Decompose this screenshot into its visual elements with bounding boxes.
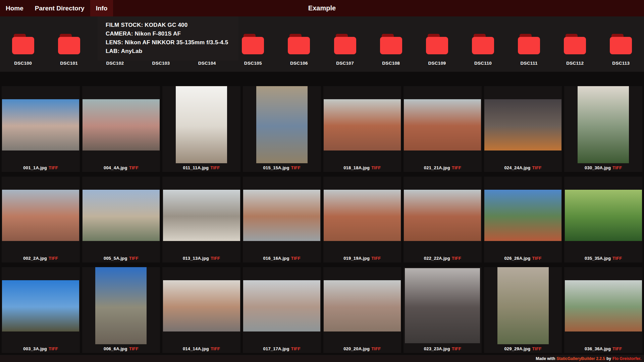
photo-label: 014_14A.jpg TIFF [162,344,240,353]
photo-filename-link[interactable]: 006_6A.jpg [104,346,127,351]
photo-filename-link[interactable]: 030_30A.jpg [585,165,611,170]
photo-thumbnail-link[interactable] [484,86,562,163]
photo-filename-link[interactable]: 021_21A.jpg [424,165,450,170]
folder-icon-body [610,37,632,54]
photo-filename-link[interactable]: 001_1A.jpg [23,165,47,170]
photo-tiff-link[interactable]: TIFF [291,165,301,170]
photo-filename-link[interactable]: 020_20A.jpg [343,346,370,351]
folder-link-dsc101[interactable]: DSC101 [46,37,92,66]
photo-thumbnail-link[interactable] [2,267,80,344]
photo-thumbnail-link[interactable] [564,86,642,163]
folder-link-dsc111[interactable]: DSC111 [506,37,552,66]
photo-thumbnail-link[interactable] [323,177,401,254]
photo-filename-link[interactable]: 018_18A.jpg [343,165,370,170]
folder-link-dsc106[interactable]: DSC106 [276,37,322,66]
photo-thumbnail-link[interactable] [243,86,321,163]
photo-thumbnail-link[interactable] [404,267,482,344]
folder-icon [610,37,632,54]
photo-tiff-link[interactable]: TIFF [612,165,622,170]
photo-filename-link[interactable]: 002_2A.jpg [23,256,47,261]
photo-thumbnail-link[interactable] [484,267,562,344]
photo-thumbnail-link[interactable] [82,177,160,254]
photo-thumbnail-link[interactable] [2,86,80,163]
photo-thumbnail-link[interactable] [162,267,240,344]
photo-thumbnail-link[interactable] [484,177,562,254]
photo-thumbnail-link[interactable] [162,86,240,163]
photo-thumbnail-link[interactable] [162,177,240,254]
photo-filename-link[interactable]: 014_14A.jpg [183,346,209,351]
photo-thumbnail-link[interactable] [82,267,160,344]
photo-tiff-link[interactable]: TIFF [129,256,139,261]
photo-thumbnail-link[interactable] [404,86,482,163]
photo-tiff-link[interactable]: TIFF [532,256,541,261]
photo-card: 018_18A.jpg TIFF [323,86,401,172]
folder-link-dsc109[interactable]: DSC109 [414,37,460,66]
nav-item-home[interactable]: Home [0,0,29,16]
photo-tiff-link[interactable]: TIFF [532,346,541,351]
photo-thumbnail-link[interactable] [243,267,321,344]
folder-link-dsc110[interactable]: DSC110 [460,37,506,66]
folder-icon [380,37,402,54]
photo-thumbnail-link[interactable] [564,177,642,254]
photo-tiff-link[interactable]: TIFF [211,346,220,351]
photo-tiff-link[interactable]: TIFF [452,165,461,170]
photo-filename-link[interactable]: 019_19A.jpg [343,256,370,261]
photo-tiff-link[interactable]: TIFF [291,256,301,261]
photo-filename-link[interactable]: 026_26A.jpg [504,256,530,261]
info-panel-line: FILM STOCK: KODAK GC 400 [106,21,230,29]
photo-filename-link[interactable]: 023_23A.jpg [424,346,450,351]
photo-filename-link[interactable]: 024_24A.jpg [504,165,530,170]
photo-filename-link[interactable]: 036_36A.jpg [585,346,611,351]
photo-tiff-link[interactable]: TIFF [49,256,58,261]
photo-tiff-link[interactable]: TIFF [452,256,461,261]
photo-filename-link[interactable]: 003_3A.jpg [23,346,47,351]
photo-tiff-link[interactable]: TIFF [211,256,220,261]
photo-tiff-link[interactable]: TIFF [49,346,58,351]
photo-filename-link[interactable]: 004_4A.jpg [104,165,127,170]
photo-filename-link[interactable]: 011_11A.jpg [183,165,209,170]
photo-tiff-link[interactable]: TIFF [291,346,301,351]
folder-link-dsc112[interactable]: DSC112 [552,37,598,66]
photo-tiff-link[interactable]: TIFF [371,346,381,351]
photo-thumbnail-link[interactable] [564,267,642,344]
photo-filename-link[interactable]: 017_17A.jpg [263,346,289,351]
photo-filename-link[interactable]: 029_29A.jpg [504,346,530,351]
footer: Made with StaticGalleryBuilder 2.2.5 by … [0,355,644,362]
photo-tiff-link[interactable]: TIFF [371,256,381,261]
photo-tiff-link[interactable]: TIFF [612,346,622,351]
folder-icon-body [426,37,448,54]
photo-tiff-link[interactable]: TIFF [612,256,622,261]
photo-thumbnail-link[interactable] [323,86,401,163]
photo-filename-link[interactable]: 015_15A.jpg [263,165,289,170]
folder-link-dsc100[interactable]: DSC100 [0,37,46,66]
folder-link-dsc108[interactable]: DSC108 [368,37,414,66]
photo-tiff-link[interactable]: TIFF [452,346,461,351]
folder-icon-body [380,37,402,54]
photo-thumbnail-link[interactable] [82,86,160,163]
photo-tiff-link[interactable]: TIFF [49,165,58,170]
folder-link-dsc113[interactable]: DSC113 [598,37,644,66]
photo-thumbnail-link[interactable] [323,267,401,344]
photo-label: 020_20A.jpg TIFF [323,344,401,353]
photo-filename-link[interactable]: 013_13A.jpg [183,256,209,261]
photo-filename-link[interactable]: 005_5A.jpg [104,256,127,261]
photo-filename-link[interactable]: 022_22A.jpg [424,256,450,261]
photo-tiff-link[interactable]: TIFF [129,346,139,351]
photo-label: 030_30A.jpg TIFF [564,163,642,172]
photo-thumbnail-link[interactable] [243,177,321,254]
folder-icon-body [334,37,356,54]
folder-name: DSC112 [566,61,584,66]
photo-tiff-link[interactable]: TIFF [532,165,541,170]
photo-tiff-link[interactable]: TIFF [129,165,139,170]
photo-thumbnail-link[interactable] [2,177,80,254]
photo-filename-link[interactable]: 035_35A.jpg [585,256,611,261]
nav-item-parent-directory[interactable]: Parent Directory [29,0,90,16]
folder-link-dsc107[interactable]: DSC107 [322,37,368,66]
photo-tiff-link[interactable]: TIFF [210,165,220,170]
photo-thumbnail-link[interactable] [404,177,482,254]
footer-author-link[interactable]: Flo Greistorfer. [612,356,641,361]
photo-filename-link[interactable]: 016_16A.jpg [263,256,289,261]
photo-tiff-link[interactable]: TIFF [371,165,381,170]
nav-item-info[interactable]: Info [90,0,113,16]
footer-builder-link[interactable]: StaticGalleryBuilder 2.2.5 [556,356,605,361]
